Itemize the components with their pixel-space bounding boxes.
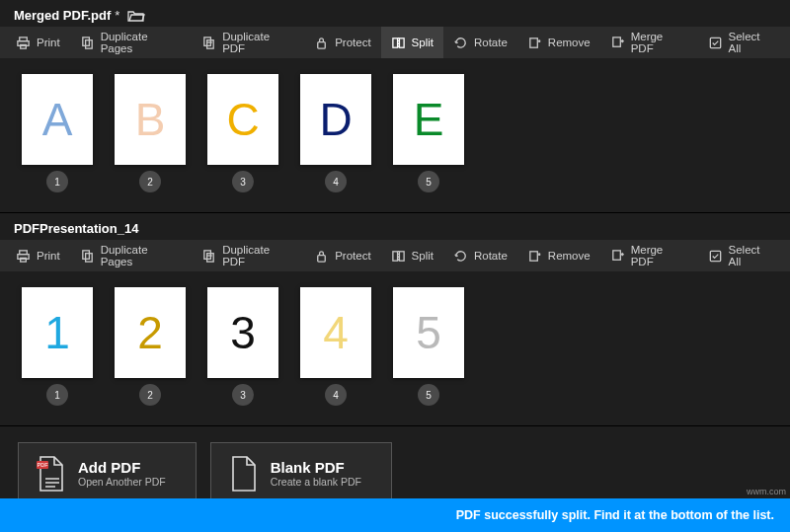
toolbar-label: Protect	[335, 37, 370, 48]
folder-open-icon[interactable]	[127, 9, 145, 23]
blank-pdf-subtitle: Create a blank PDF	[271, 476, 361, 488]
blank-file-icon	[227, 455, 259, 491]
page-glyph: A	[42, 93, 73, 146]
page-paper: 5	[393, 287, 464, 378]
page-glyph: 4	[323, 306, 349, 359]
toolbar-label: Rotate	[474, 37, 508, 48]
duplicate-page-icon	[80, 249, 95, 264]
page-paper: C	[207, 74, 278, 165]
status-bar: PDF successfully split. Find it at the b…	[0, 498, 790, 532]
merge-icon	[610, 36, 625, 50]
add-pdf-button[interactable]: PDF Add PDF Open Another PDF	[18, 442, 197, 503]
page-thumbnail[interactable]: E5	[393, 74, 464, 192]
svg-rect-9	[399, 38, 404, 46]
page-glyph: C	[226, 93, 259, 146]
duplicate-pdf-icon	[201, 36, 216, 50]
duplicate-pages-button[interactable]: Duplicate Pages	[70, 240, 192, 271]
split-icon	[391, 249, 406, 264]
watermark-text: wwm.com	[747, 487, 786, 496]
blank-pdf-button[interactable]: Blank PDF Create a blank PDF	[210, 442, 392, 503]
page-number-badge: 2	[139, 171, 161, 192]
pages-row: 1122334455	[0, 271, 790, 425]
page-thumbnail[interactable]: A1	[22, 74, 93, 192]
split-button[interactable]: Split	[381, 240, 443, 271]
protect-button[interactable]: Protect	[304, 27, 380, 58]
toolbar-label: Select All	[729, 31, 774, 54]
duplicate-page-icon	[80, 36, 95, 50]
toolbar: PrintDuplicate PagesDuplicate PDFProtect…	[0, 27, 790, 58]
page-thumbnail[interactable]: 55	[393, 287, 464, 406]
toolbar-label: Print	[37, 250, 60, 262]
duplicate-pdf-button[interactable]: Duplicate PDF	[192, 27, 304, 58]
page-glyph: E	[414, 93, 444, 146]
toolbar-label: Rotate	[474, 250, 508, 262]
remove-button[interactable]: Remove	[517, 27, 600, 58]
add-pdf-subtitle: Open Another PDF	[78, 476, 166, 488]
svg-rect-12	[710, 38, 720, 47]
checkbox-icon	[708, 36, 723, 50]
page-paper: A	[22, 74, 93, 165]
modified-indicator: *	[115, 8, 119, 23]
remove-icon	[527, 249, 542, 264]
toolbar-label: Duplicate Pages	[101, 244, 182, 267]
page-paper: 2	[115, 287, 186, 378]
pdf-file-icon: PDF	[35, 455, 66, 491]
print-button[interactable]: Print	[6, 27, 70, 58]
document-section: PDFPresentation_14PrintDuplicate PagesDu…	[0, 213, 790, 426]
print-button[interactable]: Print	[6, 240, 70, 271]
page-thumbnail[interactable]: 11	[22, 287, 93, 406]
toolbar-label: Select All	[729, 244, 774, 267]
page-glyph: 5	[416, 306, 441, 359]
page-number-badge: 3	[232, 171, 254, 192]
document-section: Merged PDF.pdf*PrintDuplicate PagesDupli…	[0, 0, 790, 213]
svg-rect-20	[318, 255, 326, 262]
page-paper: 4	[300, 287, 371, 378]
remove-button[interactable]: Remove	[517, 240, 600, 271]
page-number-badge: 4	[325, 171, 347, 192]
document-title: Merged PDF.pdf	[14, 8, 111, 23]
page-thumbnail[interactable]: 44	[300, 287, 371, 406]
page-thumbnail[interactable]: D4	[300, 74, 371, 192]
page-glyph: 3	[230, 306, 256, 359]
svg-text:PDF: PDF	[38, 462, 49, 468]
toolbar-label: Duplicate PDF	[222, 31, 294, 54]
toolbar-label: Split	[412, 37, 434, 48]
merge-button[interactable]: Merge PDF	[600, 27, 698, 58]
rotate-icon	[453, 249, 468, 264]
page-thumbnail[interactable]: 33	[207, 287, 278, 406]
page-thumbnail[interactable]: 22	[115, 287, 186, 406]
page-thumbnail[interactable]: C3	[207, 74, 278, 192]
select-all-button[interactable]: Select All	[698, 27, 784, 58]
duplicate-pages-button[interactable]: Duplicate Pages	[70, 27, 192, 58]
page-number-badge: 2	[139, 384, 161, 406]
toolbar-label: Duplicate Pages	[101, 31, 182, 54]
svg-rect-7	[318, 41, 326, 48]
rotate-button[interactable]: Rotate	[443, 27, 517, 58]
page-paper: 1	[22, 287, 93, 378]
status-message: PDF successfully split. Find it at the b…	[456, 508, 774, 522]
page-glyph: D	[319, 93, 352, 146]
merge-button[interactable]: Merge PDF	[600, 240, 698, 271]
page-number-badge: 4	[325, 384, 347, 406]
svg-rect-2	[21, 44, 27, 48]
svg-rect-8	[392, 38, 397, 46]
rotate-button[interactable]: Rotate	[443, 240, 517, 271]
svg-rect-23	[530, 251, 538, 260]
document-title: PDFPresentation_14	[14, 221, 138, 236]
split-button[interactable]: Split	[381, 27, 443, 58]
page-glyph: 1	[44, 306, 70, 359]
toolbar-label: Split	[412, 250, 434, 262]
page-number-badge: 5	[418, 384, 439, 406]
toolbar-label: Print	[37, 37, 60, 48]
svg-rect-25	[710, 251, 720, 261]
document-title-row: Merged PDF.pdf*	[0, 0, 790, 27]
duplicate-pdf-button[interactable]: Duplicate PDF	[192, 240, 304, 271]
page-paper: D	[300, 74, 371, 165]
page-number-badge: 5	[418, 171, 439, 192]
page-thumbnail[interactable]: B2	[115, 74, 186, 192]
select-all-button[interactable]: Select All	[698, 240, 784, 271]
add-pdf-title: Add PDF	[78, 459, 166, 476]
protect-button[interactable]: Protect	[304, 240, 380, 271]
page-number-badge: 1	[46, 384, 68, 406]
print-icon	[16, 249, 31, 264]
